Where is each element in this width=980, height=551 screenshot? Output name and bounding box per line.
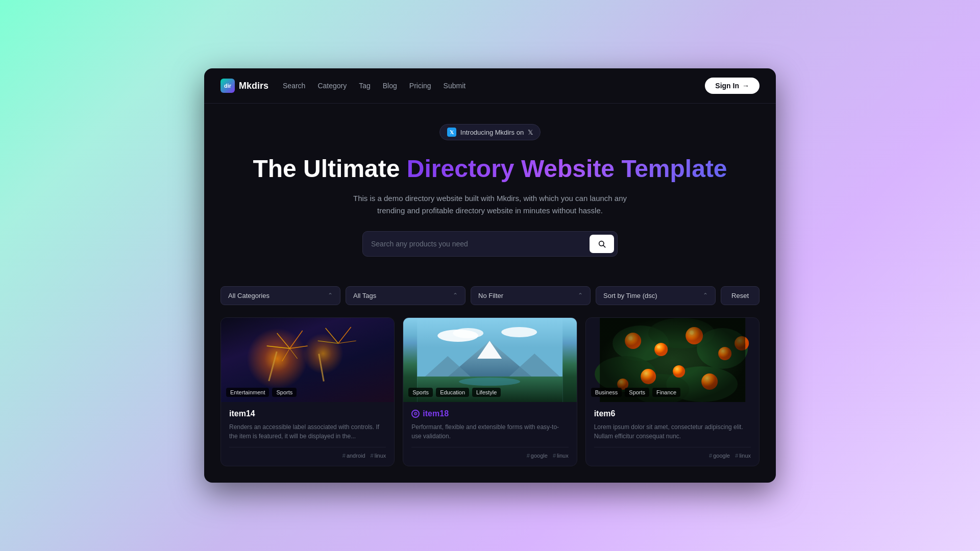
tag-sports-3: Sports — [625, 388, 649, 397]
svg-line-10 — [318, 341, 338, 343]
nav-link-pricing[interactable]: Pricing — [409, 82, 431, 90]
card-image-mountain: Sports Education Lifestyle — [403, 318, 576, 402]
hero-section: 𝕏 Introducing Mkdirs on 𝕏 The Ultimate D… — [204, 104, 776, 286]
search-bar — [362, 231, 618, 257]
svg-line-1 — [603, 245, 605, 247]
svg-line-3 — [290, 331, 303, 348]
tag-business: Business — [591, 388, 622, 397]
svg-line-4 — [267, 346, 290, 348]
svg-line-5 — [290, 346, 308, 348]
card-footer-item14: #android #linux — [229, 447, 386, 459]
hashtag-linux: #linux — [371, 453, 386, 459]
search-button[interactable] — [590, 235, 614, 253]
nav-left: dir Mkdirs Search Category Tag Blog Pric… — [220, 79, 465, 93]
tag-sports: Sports — [272, 388, 297, 397]
card-item18[interactable]: Sports Education Lifestyle ⚙ item18 Perf… — [403, 317, 577, 466]
card-body-item14: item14 Renders an accessible label assoc… — [221, 402, 394, 466]
svg-line-11 — [338, 341, 356, 343]
nav-link-tag[interactable]: Tag — [359, 82, 371, 90]
card-desc-item6: Lorem ipsum dolor sit amet, consectetur … — [594, 422, 751, 441]
nav-link-submit[interactable]: Submit — [444, 82, 466, 90]
no-filter-select[interactable]: No Filter ⌃ — [471, 286, 591, 305]
hashtag-linux-3: #linux — [735, 453, 751, 459]
card-tags-sparkler: Entertainment Sports — [226, 388, 297, 397]
sort-filter[interactable]: Sort by Time (dsc) ⌃ — [596, 286, 716, 305]
chevron-down-icon: ⌃ — [703, 292, 708, 299]
chevron-down-icon: ⌃ — [328, 292, 333, 299]
logo-text: Mkdirs — [239, 81, 268, 91]
tag-entertainment: Entertainment — [226, 388, 269, 397]
card-item14[interactable]: Entertainment Sports item14 Renders an a… — [220, 317, 395, 466]
cards-grid: Entertainment Sports item14 Renders an a… — [204, 317, 776, 483]
card-image-oranges: Business Sports Finance — [586, 318, 759, 402]
svg-line-8 — [326, 328, 338, 343]
card-title-item14: item14 — [229, 409, 386, 418]
hashtag-android: #android — [342, 453, 365, 459]
reset-button[interactable]: Reset — [721, 286, 760, 305]
svg-line-9 — [338, 327, 351, 343]
nav-link-category[interactable]: Category — [317, 82, 347, 90]
card-footer-item18: #google #linux — [411, 447, 568, 459]
announcement-badge[interactable]: 𝕏 Introducing Mkdirs on 𝕏 — [439, 124, 541, 140]
tag-finance: Finance — [652, 388, 680, 397]
hero-subtitle: This is a demo directory website built w… — [352, 192, 628, 217]
search-icon — [598, 240, 606, 248]
tag-education: Education — [436, 388, 469, 397]
hero-title: The Ultimate Directory Website Template — [220, 155, 760, 183]
search-input[interactable] — [363, 232, 586, 256]
hashtag-google: #google — [527, 453, 548, 459]
card-image-sparkler: Entertainment Sports — [221, 318, 394, 402]
svg-point-21 — [459, 378, 520, 386]
hashtag-google-2: #google — [709, 453, 730, 459]
card-body-item18: ⚙ item18 Performant, flexible and extens… — [403, 402, 576, 466]
card-title-item18: ⚙ item18 — [411, 409, 568, 418]
card-item6[interactable]: Business Sports Finance item6 Lorem ipsu… — [585, 317, 760, 466]
sign-in-button[interactable]: Sign In → — [705, 78, 760, 94]
category-filter[interactable]: All Categories ⌃ — [220, 286, 340, 305]
logo-icon: dir — [220, 79, 235, 93]
svg-line-2 — [277, 333, 290, 348]
card-desc-item18: Performant, flexible and extensible form… — [411, 422, 568, 441]
nav-links: Search Category Tag Blog Pricing Submit — [283, 82, 465, 90]
card-tags-mountain: Sports Education Lifestyle — [408, 388, 501, 397]
featured-icon: ⚙ — [411, 410, 420, 418]
tag-lifestyle: Lifestyle — [472, 388, 501, 397]
navbar: dir Mkdirs Search Category Tag Blog Pric… — [204, 68, 776, 104]
svg-line-7 — [290, 348, 298, 359]
arrow-right-icon: → — [742, 82, 749, 90]
nav-link-search[interactable]: Search — [283, 82, 305, 90]
svg-point-15 — [501, 327, 537, 337]
logo[interactable]: dir Mkdirs — [220, 79, 268, 93]
svg-line-6 — [282, 348, 290, 361]
card-title-item6: item6 — [594, 409, 751, 418]
chevron-down-icon: ⌃ — [578, 292, 583, 299]
filters-bar: All Categories ⌃ All Tags ⌃ No Filter ⌃ … — [204, 286, 776, 317]
main-container: dir Mkdirs Search Category Tag Blog Pric… — [204, 68, 776, 482]
tag-sports-2: Sports — [408, 388, 433, 397]
card-footer-item6: #google #linux — [594, 447, 751, 459]
hashtag-linux-2: #linux — [553, 453, 569, 459]
card-body-item6: item6 Lorem ipsum dolor sit amet, consec… — [586, 402, 759, 466]
tags-filter[interactable]: All Tags ⌃ — [346, 286, 465, 305]
twitter-x-icon: 𝕏 — [447, 128, 456, 137]
nav-link-blog[interactable]: Blog — [383, 82, 397, 90]
svg-point-14 — [453, 328, 483, 338]
card-desc-item14: Renders an accessible label associated w… — [229, 422, 386, 441]
card-tags-oranges: Business Sports Finance — [591, 388, 681, 397]
chevron-down-icon: ⌃ — [453, 292, 458, 299]
